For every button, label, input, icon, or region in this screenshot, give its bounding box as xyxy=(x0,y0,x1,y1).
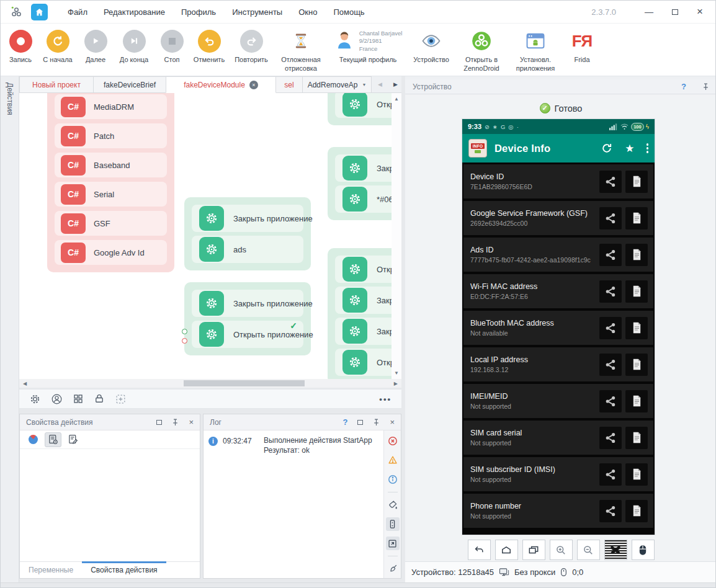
highlight-log-icon[interactable] xyxy=(386,498,400,512)
filter-warnings-icon[interactable] xyxy=(386,453,400,467)
maximize-panel-button[interactable] xyxy=(156,420,162,425)
share-button[interactable] xyxy=(599,354,622,376)
action-block[interactable]: ads xyxy=(192,236,303,263)
tab-variables[interactable]: Переменные xyxy=(20,562,82,578)
actions-sidebar-tab[interactable]: Действия xyxy=(1,76,19,582)
csharp-block[interactable]: C#Serial xyxy=(55,182,167,207)
share-button[interactable] xyxy=(599,207,622,229)
csharp-block[interactable]: C#Google Adv Id xyxy=(55,240,167,265)
copy-button[interactable] xyxy=(625,354,648,376)
copy-button[interactable] xyxy=(625,427,648,449)
menu-item-2[interactable]: Профиль xyxy=(177,5,220,19)
pin-log-button[interactable] xyxy=(373,419,380,426)
canvas-vertical-scrollbar[interactable]: ▲ ▼ xyxy=(392,93,401,379)
menu-item-1[interactable]: Редактирование xyxy=(100,5,169,19)
canvas-horizontal-scrollbar[interactable]: ◀ ▶ xyxy=(19,379,401,388)
toolbar-button-next[interactable]: Далее xyxy=(78,27,114,65)
copy-button[interactable] xyxy=(625,244,648,266)
copy-button[interactable] xyxy=(625,207,648,229)
tab-addremoveap[interactable]: AddRemoveAp▼ xyxy=(302,76,372,93)
copy-button[interactable] xyxy=(625,390,648,412)
scroll-tabs-left-icon[interactable]: ◀ xyxy=(378,81,382,87)
gear-icon[interactable] xyxy=(29,393,41,405)
device-log-icon[interactable] xyxy=(386,517,400,531)
action-edit-button[interactable] xyxy=(65,432,81,447)
chevron-down-icon[interactable]: ▼ xyxy=(362,82,366,87)
scroll-up-icon[interactable]: ▲ xyxy=(394,96,399,102)
copy-button[interactable] xyxy=(625,171,648,193)
close-tab-icon[interactable]: × xyxy=(249,81,258,89)
favorite-star-icon[interactable]: ★ xyxy=(625,142,634,155)
output-port-red-icon[interactable] xyxy=(182,338,187,344)
lock-icon[interactable] xyxy=(94,393,105,404)
scroll-right-icon[interactable]: ▶ xyxy=(394,381,398,386)
help-icon[interactable]: ? xyxy=(342,417,347,427)
more-options-button[interactable]: ••• xyxy=(379,394,392,404)
toolbar-button-to-end[interactable]: До конца xyxy=(114,27,154,65)
toolbar-button-restart[interactable]: С начала xyxy=(38,27,78,65)
close-log-button[interactable]: × xyxy=(390,417,395,427)
action-settings-button[interactable] xyxy=(45,432,61,447)
action-block[interactable]: Открыть приложение✓ xyxy=(192,321,303,348)
action-block[interactable]: Закрыть приложение xyxy=(192,290,303,317)
device-screen[interactable]: 9:33 ⊘ ∗ G ◎ · 100 ϟ INFO Device Info xyxy=(462,119,655,535)
toolbar-button-undo[interactable]: Отменить xyxy=(189,27,229,65)
device-help-icon[interactable]: ? xyxy=(681,82,686,91)
zoom-in-button[interactable] xyxy=(550,540,573,560)
share-button[interactable] xyxy=(599,244,622,266)
menu-item-0[interactable]: Файл xyxy=(64,5,91,19)
add-region-icon[interactable] xyxy=(115,393,127,405)
grid-icon[interactable] xyxy=(73,393,84,404)
share-button[interactable] xyxy=(599,500,622,522)
expand-log-icon[interactable] xyxy=(386,537,400,550)
share-button[interactable] xyxy=(599,463,622,486)
profile-view-button[interactable] xyxy=(25,432,42,447)
home-button[interactable] xyxy=(31,4,48,20)
output-port-green-icon[interactable] xyxy=(182,329,187,334)
share-button[interactable] xyxy=(599,280,622,303)
csharp-block[interactable]: C#Baseband xyxy=(55,153,167,177)
menu-item-4[interactable]: Окно xyxy=(295,5,321,19)
zoom-out-button[interactable] xyxy=(577,540,600,560)
refresh-icon[interactable] xyxy=(601,142,613,154)
filter-errors-icon[interactable] xyxy=(386,434,400,448)
scroll-down-icon[interactable]: ▼ xyxy=(394,370,399,376)
share-button[interactable] xyxy=(599,427,622,449)
tab-fakedevicemodule[interactable]: fakeDeviceModule× xyxy=(166,76,276,93)
nav-back-button[interactable] xyxy=(468,540,491,560)
menu-item-3[interactable]: Инструменты xyxy=(228,5,286,19)
share-button[interactable] xyxy=(599,317,622,339)
overflow-menu-icon[interactable] xyxy=(647,143,649,153)
toolbar-button-current-profile[interactable]: Chantal Barjavel9/2/1981FranceТекущий пр… xyxy=(328,27,408,65)
close-panel-button[interactable]: × xyxy=(189,417,194,427)
mouse-mode-button[interactable] xyxy=(632,540,655,560)
toolbar-button-device[interactable]: Устройство xyxy=(408,27,455,65)
maximize-log-button[interactable] xyxy=(357,420,363,425)
tab-новый-проект[interactable]: Новый проект xyxy=(19,76,94,93)
close-button[interactable]: × xyxy=(697,6,703,18)
nav-home-button[interactable] xyxy=(495,540,518,560)
toolbar-button-zennodroid[interactable]: Открыть в ZennoDroid xyxy=(455,27,508,73)
scrollbar-thumb[interactable] xyxy=(184,380,305,386)
toolbar-button-redo[interactable]: Повторить xyxy=(229,27,274,65)
action-block[interactable]: Закрыть приложение xyxy=(192,205,303,232)
toolbar-button-deferred[interactable]: Отложенная отрисовка xyxy=(274,27,328,73)
user-icon[interactable] xyxy=(51,393,63,405)
maximize-button[interactable] xyxy=(672,9,678,15)
share-button[interactable] xyxy=(599,390,622,412)
scroll-left-icon[interactable]: ◀ xyxy=(23,381,27,386)
toolbar-button-frida[interactable]: FЯFrida xyxy=(563,27,601,65)
tab-sel[interactable]: sel xyxy=(275,76,303,93)
minimize-button[interactable]: — xyxy=(645,7,653,17)
screenshot-mode-button[interactable] xyxy=(604,540,627,560)
pin-panel-button[interactable] xyxy=(172,419,179,426)
copy-button[interactable] xyxy=(625,317,648,339)
menu-item-5[interactable]: Помощь xyxy=(329,5,368,19)
filter-info-icon[interactable] xyxy=(386,473,400,486)
copy-button[interactable] xyxy=(625,463,648,486)
nav-recents-button[interactable] xyxy=(522,540,545,560)
pin-device-panel-button[interactable] xyxy=(702,83,709,91)
tab-action-properties[interactable]: Свойства действия xyxy=(82,562,166,578)
toolbar-button-stop[interactable]: Стоп xyxy=(154,27,189,65)
share-button[interactable] xyxy=(599,171,622,193)
